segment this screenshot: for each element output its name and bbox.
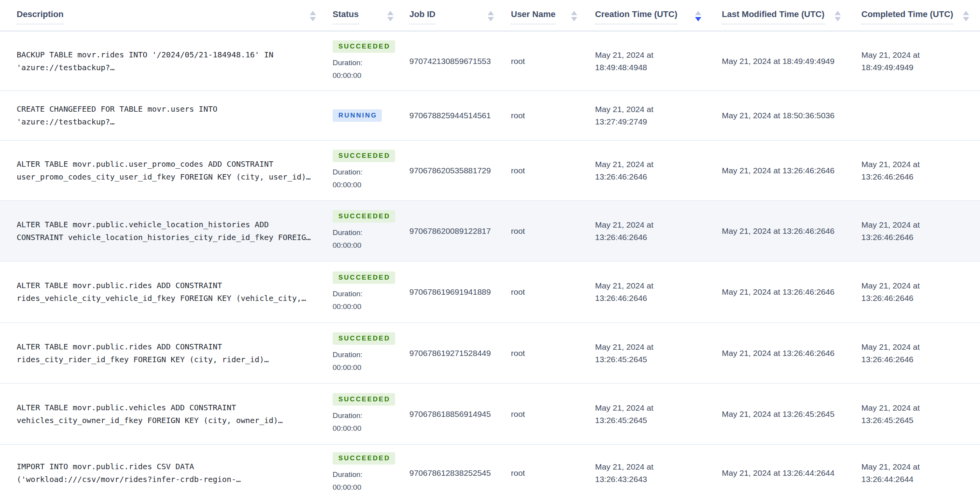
creation-time: May 21, 2024 at 18:49:48:4948 [595, 49, 696, 74]
sort-icons [571, 11, 577, 21]
completed-time-cell [851, 91, 980, 140]
status-cell: SUCCEEDED Duration: 00:00:00 [322, 141, 399, 200]
column-header-status[interactable]: Status [322, 0, 399, 30]
job-id-cell: 970678620535881729 [399, 141, 504, 200]
sort-icons-descending-active [695, 11, 701, 21]
status-cell: SUCCEEDED Duration: 00:00:00 [322, 201, 399, 261]
job-id: 970678825944514561 [409, 111, 491, 121]
sort-up-icon [695, 11, 701, 15]
completed-time-cell: May 21, 2024 at 13:26:46:2646 [851, 141, 980, 200]
sort-up-icon [387, 11, 393, 15]
sort-down-icon [695, 17, 701, 21]
duration-value: 00:00:00 [333, 69, 361, 82]
user-name: root [511, 287, 525, 297]
user-name: root [511, 166, 525, 176]
creation-time-cell: May 21, 2024 at 13:26:43:2643 [587, 445, 711, 501]
column-header-user-name[interactable]: User Name [504, 0, 587, 30]
sort-icons [488, 11, 494, 21]
job-description: IMPORT INTO movr.public.rides CSV DATA (… [17, 460, 241, 486]
creation-time: May 21, 2024 at 13:26:46:2646 [595, 219, 696, 244]
last-modified-time: May 21, 2024 at 18:50:36:5036 [722, 109, 835, 122]
creation-time: May 21, 2024 at 13:27:49:2749 [595, 103, 696, 128]
last-modified-time: May 21, 2024 at 13:26:44:2644 [722, 467, 835, 479]
status-badge: SUCCEEDED [333, 150, 395, 162]
duration-label: Duration: [333, 287, 362, 300]
table-row[interactable]: ALTER TABLE movr.public.vehicle_location… [0, 200, 980, 261]
job-id-cell: 970678620089122817 [399, 201, 504, 261]
column-header-job-id[interactable]: Job ID [399, 0, 504, 30]
job-id-cell: 970678825944514561 [399, 91, 504, 140]
column-label: Last Modified Time (UTC) [722, 9, 825, 24]
table-row[interactable]: IMPORT INTO movr.public.rides CSV DATA (… [0, 444, 980, 501]
creation-time-cell: May 21, 2024 at 13:26:46:2646 [587, 141, 711, 200]
status-cell: SUCCEEDED Duration: 00:00:00 [322, 32, 399, 90]
completed-time-cell: May 21, 2024 at 13:26:45:2645 [851, 384, 980, 444]
status-badge: SUCCEEDED [333, 210, 395, 223]
table-header-row: Description Status Job ID User Name Crea… [0, 0, 980, 31]
creation-time-cell: May 21, 2024 at 18:49:48:4948 [587, 32, 711, 90]
user-name-cell: root [504, 141, 587, 200]
user-name: root [511, 468, 525, 478]
status-badge: SUCCEEDED [333, 393, 395, 406]
status-cell: RUNNING [322, 91, 399, 140]
column-header-description[interactable]: Description [0, 0, 322, 30]
column-label: Description [17, 9, 64, 24]
completed-time: May 21, 2024 at 13:26:45:2645 [861, 402, 962, 427]
last-modified-time: May 21, 2024 at 13:26:46:2646 [722, 347, 835, 359]
job-id-cell: 970678618856914945 [399, 384, 504, 444]
last-modified-time-cell: May 21, 2024 at 18:50:36:5036 [711, 91, 851, 140]
duration-label: Duration: [333, 348, 362, 361]
user-name-cell: root [504, 262, 587, 322]
user-name-cell: root [504, 384, 587, 444]
duration-label: Duration: [333, 56, 362, 69]
job-id: 970678620089122817 [409, 226, 491, 236]
column-label: Creation Time (UTC) [595, 9, 677, 24]
description-cell: IMPORT INTO movr.public.rides CSV DATA (… [0, 445, 322, 501]
column-header-completed-time[interactable]: Completed Time (UTC) [851, 0, 980, 30]
completed-time-cell: May 21, 2024 at 18:49:49:4949 [851, 32, 980, 90]
sort-down-icon [488, 17, 494, 21]
status-badge: SUCCEEDED [333, 271, 395, 284]
user-name: root [511, 226, 525, 236]
user-name-cell: root [504, 91, 587, 140]
completed-time-cell: May 21, 2024 at 13:26:46:2646 [851, 201, 980, 261]
job-description: CREATE CHANGEFEED FOR TABLE movr.users I… [17, 103, 217, 128]
status-badge: RUNNING [333, 109, 382, 122]
table-row[interactable]: ALTER TABLE movr.public.rides ADD CONSTR… [0, 322, 980, 383]
last-modified-time: May 21, 2024 at 13:26:46:2646 [722, 225, 835, 237]
duration-value: 00:00:00 [333, 361, 361, 374]
completed-time-cell: May 21, 2024 at 13:26:44:2644 [851, 445, 980, 501]
sort-icons [963, 11, 969, 21]
sort-up-icon [963, 11, 969, 15]
status-cell: SUCCEEDED Duration: 00:00:00 [322, 384, 399, 444]
description-cell: ALTER TABLE movr.public.rides ADD CONSTR… [0, 323, 322, 383]
duration-label: Duration: [333, 468, 362, 481]
description-cell: ALTER TABLE movr.public.rides ADD CONSTR… [0, 262, 322, 322]
duration-value: 00:00:00 [333, 239, 361, 252]
status-badge: SUCCEEDED [333, 332, 395, 345]
completed-time: May 21, 2024 at 18:49:49:4949 [861, 49, 962, 74]
user-name-cell: root [504, 323, 587, 383]
job-description: BACKUP TABLE movr.rides INTO '/2024/05/2… [17, 48, 273, 74]
table-row[interactable]: CREATE CHANGEFEED FOR TABLE movr.users I… [0, 90, 980, 140]
table-row[interactable]: ALTER TABLE movr.public.vehicles ADD CON… [0, 383, 980, 444]
completed-time-cell: May 21, 2024 at 13:26:46:2646 [851, 262, 980, 322]
job-id: 970678619691941889 [409, 287, 491, 297]
creation-time-cell: May 21, 2024 at 13:26:45:2645 [587, 323, 711, 383]
column-header-last-modified-time[interactable]: Last Modified Time (UTC) [711, 0, 851, 30]
status-badge: SUCCEEDED [333, 40, 395, 53]
table-row[interactable]: ALTER TABLE movr.public.user_promo_codes… [0, 140, 980, 200]
user-name: root [511, 348, 525, 358]
creation-time-cell: May 21, 2024 at 13:26:46:2646 [587, 262, 711, 322]
last-modified-time: May 21, 2024 at 13:26:46:2646 [722, 164, 835, 177]
sort-up-icon [835, 11, 841, 15]
creation-time: May 21, 2024 at 13:26:45:2645 [595, 402, 696, 427]
table-row[interactable]: ALTER TABLE movr.public.rides ADD CONSTR… [0, 261, 980, 322]
last-modified-time-cell: May 21, 2024 at 13:26:46:2646 [711, 201, 851, 261]
table-row[interactable]: BACKUP TABLE movr.rides INTO '/2024/05/2… [0, 31, 980, 90]
job-id: 970678619271528449 [409, 348, 491, 358]
column-header-creation-time[interactable]: Creation Time (UTC) [587, 0, 711, 30]
completed-time: May 21, 2024 at 13:26:46:2646 [861, 158, 962, 183]
sort-icons [310, 11, 316, 21]
job-id: 970678618856914945 [409, 409, 491, 419]
